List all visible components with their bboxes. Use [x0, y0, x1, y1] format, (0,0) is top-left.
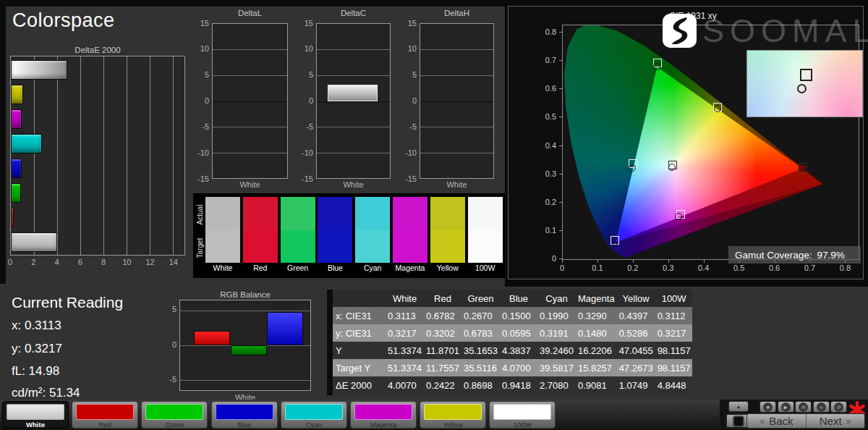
cie-x-tick-label: 0.5 — [733, 264, 744, 272]
eject-button[interactable]: ▲ — [728, 401, 749, 412]
deltae-bar-100w — [11, 60, 67, 80]
delta-gridline — [420, 153, 493, 153]
deltae-x-tick: 10 — [122, 258, 131, 266]
refresh-button[interactable]: ⟳ — [830, 401, 847, 413]
current-reading-title: Current Reading — [12, 294, 123, 311]
table-cell: 0.3113 — [385, 307, 423, 324]
patch-button-blue[interactable]: Blue — [211, 401, 278, 429]
table-cell: 0.6783 — [461, 324, 499, 342]
cie-y-tick-mark — [559, 146, 562, 146]
table-cell: 0.1500 — [499, 307, 537, 324]
actual-swatch — [430, 197, 465, 230]
deltae-bar-green — [11, 183, 21, 203]
table-header-cell: Magenta — [575, 290, 616, 307]
cie-x-tick-mark — [562, 260, 563, 263]
continuous-button[interactable]: ∞ — [813, 401, 830, 413]
cie-y-tick-label: 0.4 — [536, 141, 556, 150]
refresh-icon: ⟳ — [834, 402, 843, 412]
deltae-bar-blue — [11, 159, 22, 178]
table-header-cell: 100W — [655, 290, 692, 307]
deltae-gridline — [80, 56, 81, 255]
swatch-column-magenta: Magenta — [393, 193, 427, 278]
target-row-label: Target — [196, 233, 204, 264]
rgb-y-tick: 0 — [163, 340, 176, 349]
patch-swatch-red — [76, 404, 134, 420]
delta-y-tick: -10 — [297, 148, 313, 157]
table-row-label: x: CIE31 — [333, 307, 385, 324]
cie-y-tick-mark — [559, 32, 562, 33]
swatch-column-blue: Blue — [318, 193, 352, 278]
patch-button-magenta[interactable]: Magenta — [350, 401, 417, 429]
patch-button-label: White — [3, 421, 68, 429]
patch-swatch-white — [7, 404, 64, 420]
cie-y-tick-label: 0.3 — [536, 169, 556, 178]
cie-y-tick-label: 0.7 — [536, 56, 556, 64]
deltae-x-tick: 2 — [31, 258, 35, 266]
delta-gridline — [213, 153, 287, 153]
delta-chart-title: DeltaL — [212, 9, 288, 17]
auto-button[interactable]: H — [795, 401, 812, 413]
swatch-column-cyan: Cyan — [355, 193, 390, 278]
delta-y-tick: -15 — [297, 174, 313, 183]
deltae-x-tick: 6 — [78, 258, 82, 266]
table-cell: 0.3112 — [655, 307, 692, 324]
delta-y-tick: 15 — [192, 19, 209, 28]
stop-button[interactable]: ■ — [760, 401, 776, 413]
delta-y-tick: 10 — [192, 44, 209, 53]
table-cell: 11.7557 — [423, 359, 461, 376]
delta-y-tick: -15 — [192, 174, 209, 183]
deltae-gridline — [150, 56, 150, 255]
continuous-icon: ∞ — [817, 402, 826, 412]
rgb-balance-title: RGB Balance — [179, 290, 311, 299]
inset-actual-marker — [797, 84, 807, 93]
table-cell: 98.1157 — [655, 359, 692, 376]
page-title: Colorspace — [12, 9, 115, 32]
table-row: Target Y51.337411.755735.51164.070039.58… — [333, 359, 692, 376]
table-row: x: CIE310.31130.67820.26700.15000.19900.… — [333, 307, 692, 324]
patch-swatch-blue — [216, 404, 273, 420]
target-swatch — [281, 230, 315, 263]
table-row: Y51.337411.870135.16534.383739.246016.22… — [333, 342, 692, 359]
cie-x-tick-mark — [668, 260, 669, 263]
cie-y-tick-label: 0.6 — [536, 84, 556, 93]
table-cell: 51.3374 — [385, 359, 423, 376]
rgb-bar-red — [194, 331, 230, 345]
patch-button-100w[interactable]: 100W — [489, 401, 556, 429]
deltae-bar-yellow — [11, 85, 23, 104]
patch-button-yellow[interactable]: Yellow — [420, 401, 486, 429]
cie-x-tick-label: 0 — [560, 264, 564, 272]
table-header-cell: Cyan — [537, 290, 575, 307]
target-swatch — [318, 230, 352, 263]
delta-x-label: White — [316, 180, 391, 189]
delta-y-tick: 15 — [400, 19, 417, 28]
patch-button-cyan[interactable]: Cyan — [281, 401, 347, 429]
target-swatch — [205, 230, 240, 263]
patch-button-white[interactable]: White — [2, 401, 69, 429]
actual-swatch — [393, 197, 427, 230]
play-button[interactable]: ▶ — [778, 401, 794, 413]
patch-button-red[interactable]: Red — [72, 401, 138, 429]
next-button[interactable]: Next » — [807, 414, 865, 428]
stop-icon: ■ — [763, 402, 773, 412]
white-point-inset — [746, 50, 863, 117]
back-button-label: Back — [769, 415, 793, 427]
delta-y-tick: 15 — [297, 19, 313, 28]
cie-actual-cyan — [629, 164, 636, 172]
table-row-label: Target Y — [333, 359, 385, 376]
actual-swatch — [205, 197, 240, 230]
table-cell: 0.1990 — [537, 307, 575, 324]
gamut-coverage-label: Gamut Coverage: — [735, 250, 812, 261]
table-cell: 0.3191 — [537, 324, 575, 342]
patch-button-green[interactable]: Green — [141, 401, 208, 429]
table-left-edge — [327, 290, 333, 395]
table-cell: 0.2422 — [423, 376, 461, 394]
gamut-coverage-value: 97.9% — [817, 250, 845, 261]
table-cell: 98.1157 — [655, 342, 692, 359]
delta-chart-title: DeltaC — [316, 9, 391, 17]
table-cell: 15.8257 — [575, 359, 616, 376]
delta-y-tick: 5 — [192, 70, 209, 79]
rgb-gridline — [180, 380, 310, 381]
back-button[interactable]: « Back — [747, 414, 806, 428]
cie-y-tick-mark — [559, 202, 562, 203]
table-cell: 47.0455 — [616, 342, 655, 359]
